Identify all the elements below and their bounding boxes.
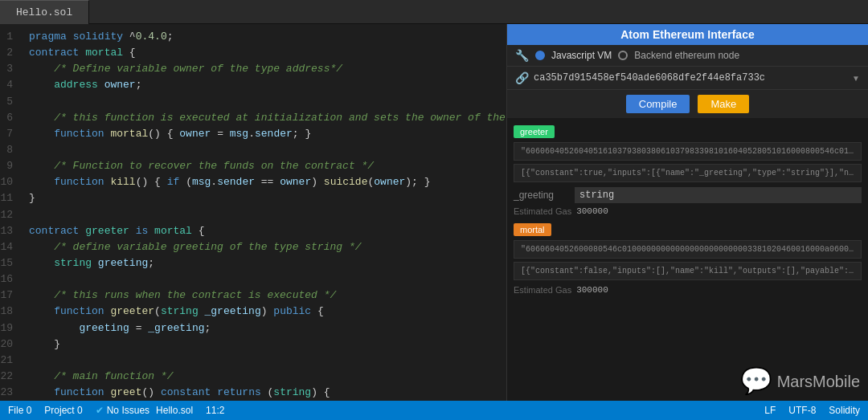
line-ending: LF (764, 405, 776, 416)
watermark-icon: 💬 (740, 365, 772, 398)
greeter-bytecode: "606060405260405161037938038061037983398… (514, 142, 862, 161)
greeting-param-label: _greeting (514, 190, 570, 201)
status-project: Project 0 (44, 405, 82, 416)
greeter-label: greeter (514, 125, 555, 138)
greeter-section: greeter "6060604052604051610379380380610… (514, 124, 862, 216)
issues-text: No Issues (107, 405, 149, 416)
greeter-gas-row: Estimated Gas 300000 (514, 206, 862, 216)
status-issues: ✔ No Issues Hello.sol (96, 405, 193, 416)
greeting-input[interactable] (575, 187, 862, 203)
make-button[interactable]: Make (698, 95, 749, 113)
check-icon: ✔ (96, 405, 104, 416)
greeter-abi: [{"constant":true,"inputs":[{"name":"_gr… (514, 164, 862, 182)
greeter-gas-label: Estimated Gas (514, 206, 571, 216)
dropdown-arrow-icon[interactable]: ▼ (852, 74, 860, 83)
file-label: File 0 (8, 405, 31, 416)
backend-label: Backend ethereum node (634, 50, 739, 61)
editor-panel: 12345 678910 1112131415 1617181920 21222… (0, 24, 506, 401)
vm-label: Javascript VM (551, 50, 612, 61)
greeter-gas-val: 300000 (576, 206, 608, 216)
encoding: UTF-8 (788, 405, 816, 416)
tab-bar: Hello.sol (0, 0, 868, 24)
address-row: 🔗 ca35b7d915458ef540ade6068dfe2f44e8fa73… (507, 66, 868, 89)
main-content: 12345 678910 1112131415 1617181920 21222… (0, 24, 868, 401)
contracts-area: greeter "6060604052604051610379380380610… (507, 118, 868, 401)
address-value: ca35b7d915458ef540ade6068dfe2f44e8fa733c (534, 72, 847, 84)
compile-button[interactable]: Compile (626, 95, 690, 113)
compile-row: Compile Make (507, 89, 868, 118)
watermark: 💬 MarsMobile (740, 365, 860, 398)
mortal-label: mortal (514, 223, 551, 236)
mortal-gas-row: Estimated Gas 300000 (514, 285, 862, 295)
status-file: File 0 (8, 405, 31, 416)
right-panel: Atom Ethereum Interface 🔧 Javascript VM … (506, 24, 868, 401)
link-icon: 🔗 (515, 71, 529, 84)
tab-filename: Hello.sol (16, 6, 72, 18)
code-content[interactable]: pragma solidity ^0.4.0; contract mortal … (24, 24, 506, 401)
mortal-gas-label: Estimated Gas (514, 285, 571, 295)
greeting-input-row: _greeting (514, 187, 862, 203)
mortal-section: mortal "6060604052600080546c010000000000… (514, 222, 862, 295)
file-tab[interactable]: Hello.sol (0, 0, 89, 24)
aei-title: Atom Ethereum Interface (620, 28, 754, 41)
watermark-text: MarsMobile (777, 373, 860, 391)
radio-backend[interactable] (618, 51, 628, 60)
code-area: 12345 678910 1112131415 1617181920 21222… (0, 24, 506, 401)
status-cursor: 11:2 (206, 405, 224, 416)
mortal-gas-val: 300000 (576, 285, 608, 295)
vm-icon: 🔧 (515, 49, 529, 62)
line-numbers: 12345 678910 1112131415 1617181920 21222… (0, 24, 24, 401)
status-right: LF UTF-8 Solidity (764, 405, 860, 416)
vm-row: 🔧 Javascript VM Backend ethereum node (507, 45, 868, 66)
status-bar: File 0 Project 0 ✔ No Issues Hello.sol 1… (0, 401, 868, 420)
mortal-bytecode: "6060604052600080546c0100000000000000000… (514, 240, 862, 259)
radio-javascript-vm[interactable] (535, 51, 545, 60)
mortal-abi: [{"constant":false,"inputs":[],"name":"k… (514, 262, 862, 280)
issues-filename: Hello.sol (156, 405, 193, 416)
aei-header: Atom Ethereum Interface (507, 24, 868, 45)
language: Solidity (829, 405, 860, 416)
cursor-pos: 11:2 (206, 405, 224, 416)
project-label: Project 0 (44, 405, 82, 416)
